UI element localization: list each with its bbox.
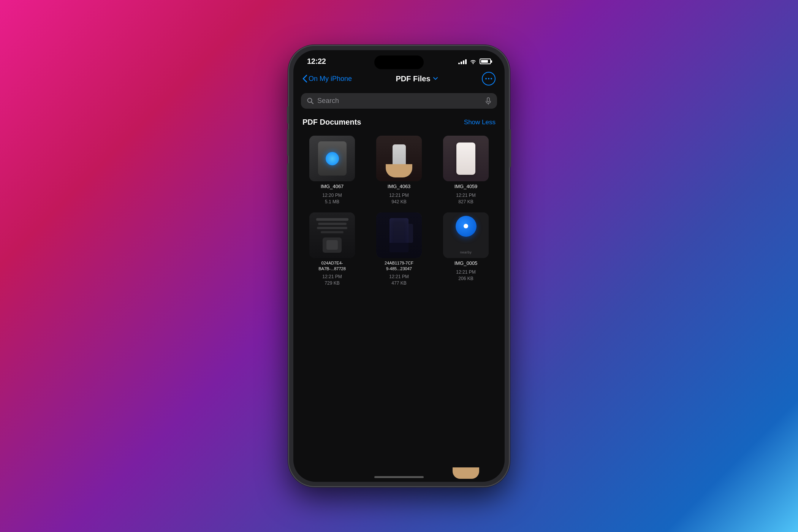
file-meta: 12:20 PM 5.1 MB (322, 192, 342, 205)
svg-point-1 (488, 78, 489, 79)
file-meta: 12:21 PM 729 KB (322, 274, 342, 287)
battery-icon (480, 59, 491, 64)
section-title: PDF Documents (302, 118, 361, 127)
show-less-button[interactable]: Show Less (464, 119, 496, 126)
power-button[interactable] (509, 129, 511, 167)
svg-point-2 (491, 78, 492, 79)
search-placeholder: Search (317, 97, 482, 105)
file-grid: IMG_4067 12:20 PM 5.1 MB IMG_4063 12:21 … (293, 133, 505, 296)
search-icon (307, 98, 314, 104)
file-item[interactable]: 024AD7E4-BA7B-...87728 12:21 PM 729 KB (302, 212, 362, 286)
search-bar-container: Search (293, 90, 505, 115)
more-options-button[interactable] (482, 72, 496, 86)
signal-icon (458, 59, 467, 64)
svg-line-4 (311, 102, 313, 104)
file-thumbnail (309, 136, 355, 181)
file-meta: 12:21 PM 206 KB (456, 269, 475, 282)
file-item[interactable]: IMG_4067 12:20 PM 5.1 MB (302, 136, 362, 205)
file-item[interactable]: nearby IMG_0005 12:21 PM 206 KB (436, 212, 496, 286)
file-name: 024AD7E4-BA7B-...87728 (318, 260, 346, 271)
file-thumbnail (376, 212, 422, 258)
nav-back-label: On My iPhone (309, 75, 352, 83)
nav-back-button[interactable]: On My iPhone (302, 75, 352, 83)
wifi-icon (470, 59, 477, 64)
home-indicator (374, 476, 424, 478)
nav-title: PDF Files (396, 74, 430, 83)
dynamic-island (374, 55, 424, 69)
file-thumbnail (443, 136, 489, 181)
search-bar[interactable]: Search (301, 93, 497, 109)
nav-title-container: PDF Files (396, 74, 438, 83)
file-thumbnail: nearby (443, 212, 489, 258)
file-name: IMG_4059 (454, 184, 478, 190)
file-name: 24AB1179-7CF9-485...23047 (385, 260, 413, 271)
file-thumbnail (376, 136, 422, 181)
file-thumbnail (309, 212, 355, 258)
status-time: 12:22 (307, 57, 326, 66)
status-icons (458, 59, 491, 64)
phone-frame: 12:22 On My iPhone (289, 46, 509, 486)
svg-rect-5 (487, 98, 489, 102)
section-header: PDF Documents Show Less (293, 115, 505, 133)
file-name: IMG_4063 (388, 184, 411, 190)
volume-up-button[interactable] (287, 129, 289, 156)
file-item[interactable]: IMG_4063 12:21 PM 942 KB (369, 136, 429, 205)
file-item[interactable]: IMG_4059 12:21 PM 827 KB (436, 136, 496, 205)
file-item[interactable]: 24AB1179-7CF9-485...23047 12:21 PM 477 K… (369, 212, 429, 286)
file-name: IMG_0005 (454, 260, 478, 267)
chevron-down-icon (433, 76, 438, 81)
phone-screen: 12:22 On My iPhone (293, 50, 505, 482)
svg-point-0 (485, 78, 487, 79)
file-meta: 12:21 PM 477 KB (389, 274, 408, 287)
volume-down-button[interactable] (287, 163, 289, 190)
file-meta: 12:21 PM 942 KB (389, 192, 408, 205)
file-meta: 12:21 PM 827 KB (456, 192, 475, 205)
file-name: IMG_4067 (321, 184, 344, 190)
mic-icon[interactable] (486, 97, 491, 105)
nav-bar: On My iPhone PDF Files (293, 69, 505, 90)
